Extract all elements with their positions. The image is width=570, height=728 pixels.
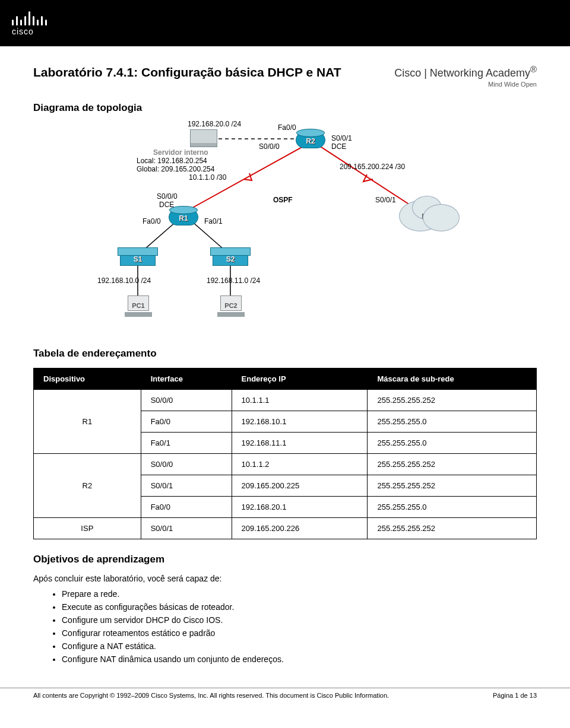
th-interface: Interface [141,368,232,390]
th-ip: Endereço IP [232,368,368,390]
addressing-table: Dispositivo Interface Endereço IP Máscar… [33,368,537,539]
server-icon [190,129,217,147]
net-pc2: 192.168.11.0 /24 [207,276,260,285]
cell: 209.165.200.226 [232,518,368,539]
list-item: Configure a NAT estática. [62,641,537,651]
academy-tm: ® [530,64,537,74]
ospf-label: OSPF [273,196,293,204]
r2-s000: S0/0/0 [259,142,280,151]
footer-right: Página 1 de 13 [493,692,537,699]
objectives-intro: Após concluir este laboratório, você ser… [33,574,537,583]
academy-line1: Cisco | Networking Academy [394,67,530,79]
r1-fa01: Fa0/1 [204,217,223,225]
cisco-wordmark: cisco [12,27,47,36]
cell: 255.255.255.0 [368,497,537,518]
isp-label: ISP [422,212,433,221]
r2-fa00: Fa0/0 [278,123,296,132]
topology-heading: Diagrama de topologia [33,102,537,114]
r2-s001: S0/0/1 [331,134,352,142]
pc1-label: PC1 [132,302,144,309]
pc1: PC1 [125,295,152,317]
cell: S0/0/0 [141,390,232,411]
table-row: R2 S0/0/0 10.1.1.2 255.255.255.252 [34,454,537,475]
cell: 192.168.10.1 [232,411,368,433]
table-row: R1 S0/0/0 10.1.1.1 255.255.255.252 [34,390,537,411]
cell: 255.255.255.252 [368,454,537,475]
cell-isp: ISP [34,518,141,539]
cell: 10.1.1.2 [232,454,368,475]
objectives-heading: Objetivos de aprendizagem [33,554,537,565]
router-r2: R2 [296,132,325,148]
server-net-label: 192.168.20.0 /24 [188,120,241,128]
th-device: Dispositivo [34,368,141,390]
cell-r2: R2 [34,454,141,518]
r1-s000: S0/0/0 [157,192,178,201]
objectives-list: Prepare a rede. Execute as configurações… [62,589,537,664]
switch-s2: S2 [213,250,248,266]
cell: 209.165.200.225 [232,475,368,497]
r2-s001-dce: DCE [331,142,346,151]
switch-s1: S1 [120,250,156,266]
switch-s1-label: S1 [134,255,142,263]
cell: 192.168.20.1 [232,497,368,518]
router-r1-label: R1 [179,214,188,222]
server-title: Servidor interno [153,148,208,157]
cell: 192.168.11.1 [232,433,368,454]
router-r1: R1 [169,209,198,225]
pc2-label: PC2 [224,302,237,309]
loopback-net: 10.1.1.0 /30 [189,173,226,182]
th-mask: Máscara de sub-rede [368,368,537,390]
cell: S0/0/0 [141,454,232,475]
router-r2-label: R2 [306,137,315,145]
cell: 255.255.255.0 [368,433,537,454]
cell: 255.255.255.252 [368,475,537,497]
cell: 255.255.255.0 [368,411,537,433]
list-item: Configure NAT dinâmica usando um conjunt… [62,654,537,664]
cell: Fa0/1 [141,433,232,454]
cell: 10.1.1.1 [232,390,368,411]
net-pc1: 192.168.10.0 /24 [97,276,151,285]
isp-cloud: ISP [392,196,463,234]
header-black-band: cisco [0,0,570,46]
page-footer: All contents are Copyright © 1992–2009 C… [0,688,570,707]
r1-fa00: Fa0/0 [142,217,161,225]
cisco-logo-bars [12,10,47,26]
list-item: Prepare a rede. [62,589,537,599]
switch-s2-label: S2 [226,255,235,263]
footer-left: All contents are Copyright © 1992–2009 C… [33,692,389,699]
topology-diagram: 192.168.20.0 /24 Servidor interno Local:… [71,120,499,333]
table-row: ISP S0/0/1 209.165.200.226 255.255.255.2… [34,518,537,539]
cell: Fa0/0 [141,497,232,518]
list-item: Configure um servidor DHCP do Cisco IOS. [62,615,537,625]
list-item: Configurar roteamentos estático e padrão [62,628,537,638]
server-local: Local: 192.168.20.254 [137,157,207,165]
academy-line2: Mind Wide Open [394,81,537,88]
academy-branding: Cisco | Networking Academy® Mind Wide Op… [394,64,537,88]
server-global: Global: 209.165.200.254 [137,165,214,173]
cell: 255.255.255.252 [368,390,537,411]
right-net: 209.165.200.224 /30 [340,163,405,171]
cell: Fa0/0 [141,411,232,433]
addressing-heading: Tabela de endereçamento [33,348,537,360]
cell: 255.255.255.252 [368,518,537,539]
cisco-logo: cisco [12,10,47,36]
cell-r1: R1 [34,390,141,454]
doc-title: Laboratório 7.4.1: Configuração básica D… [33,65,341,80]
pc2: PC2 [217,295,245,317]
cell: S0/0/1 [141,518,232,539]
list-item: Execute as configurações básicas de rote… [62,602,537,612]
cell: S0/0/1 [141,475,232,497]
